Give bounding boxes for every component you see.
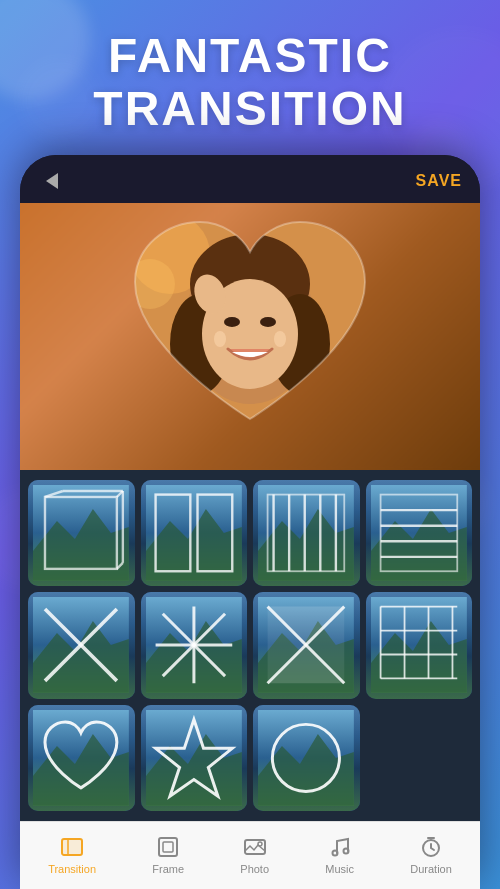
back-button[interactable]: [38, 167, 66, 195]
transition-circle[interactable]: [253, 705, 360, 812]
nav-transition[interactable]: Transition: [38, 830, 106, 879]
heart-frame: [120, 204, 380, 444]
svg-point-11: [274, 331, 286, 347]
bottom-nav: Transition Frame: [20, 821, 480, 889]
phone-mockup: SAVE: [20, 155, 480, 889]
svg-point-69: [258, 842, 262, 846]
svg-rect-65: [62, 839, 82, 855]
save-button[interactable]: SAVE: [416, 172, 462, 190]
transition-icon: [59, 834, 85, 860]
transition-x-cross[interactable]: [28, 592, 135, 699]
music-label: Music: [325, 863, 354, 875]
duration-label: Duration: [410, 863, 452, 875]
duration-icon: [418, 834, 444, 860]
svg-rect-66: [159, 838, 177, 856]
photo-label: Photo: [240, 863, 269, 875]
svg-point-71: [343, 849, 348, 854]
transition-label: Transition: [48, 863, 96, 875]
svg-point-9: [260, 317, 276, 327]
svg-point-10: [214, 331, 226, 347]
transition-hstripes[interactable]: [366, 480, 473, 587]
transition-star-lines[interactable]: [141, 592, 248, 699]
hero-title: FANTASTIC TRANSITION: [0, 30, 500, 136]
transition-grid: [20, 470, 480, 822]
hero-title-line2: TRANSITION: [0, 83, 500, 136]
top-bar: SAVE: [20, 155, 480, 203]
svg-point-8: [224, 317, 240, 327]
photo-preview: [20, 203, 480, 470]
music-icon: [327, 834, 353, 860]
frame-label: Frame: [152, 863, 184, 875]
hero-title-line1: FANTASTIC: [0, 30, 500, 83]
nav-frame[interactable]: Frame: [142, 830, 194, 879]
transition-star[interactable]: [141, 705, 248, 812]
photo-icon: [242, 834, 268, 860]
nav-duration[interactable]: Duration: [400, 830, 462, 879]
transition-vstripes[interactable]: [253, 480, 360, 587]
nav-photo[interactable]: Photo: [230, 830, 279, 879]
svg-point-2: [125, 259, 175, 309]
transition-cube[interactable]: [28, 480, 135, 587]
svg-point-70: [332, 851, 337, 856]
hero-section: FANTASTIC TRANSITION: [0, 0, 500, 136]
frame-icon: [155, 834, 181, 860]
back-icon: [46, 173, 58, 189]
transition-heart[interactable]: [28, 705, 135, 812]
transition-x-fill[interactable]: [253, 592, 360, 699]
transition-rect[interactable]: [141, 480, 248, 587]
svg-rect-67: [163, 842, 173, 852]
transition-grid-sq[interactable]: [366, 592, 473, 699]
nav-music[interactable]: Music: [315, 830, 364, 879]
